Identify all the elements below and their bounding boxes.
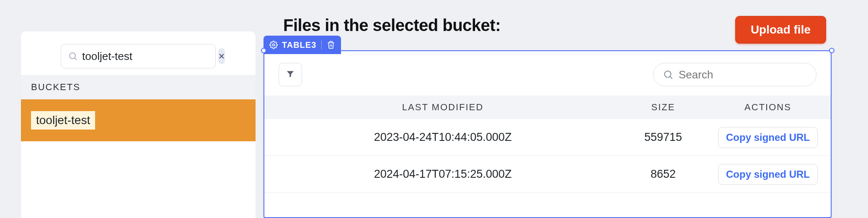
bucket-item[interactable]: tooljet-test [21,99,256,141]
table-search[interactable] [653,63,816,86]
sidebar-search-input[interactable] [82,50,218,63]
cell-last-modified: 2023-04-24T10:44:05.000Z [269,131,617,144]
copy-signed-url-button[interactable]: Copy signed URL [718,164,818,185]
table-search-input[interactable] [679,68,807,81]
cell-last-modified: 2024-04-17T07:15:25.000Z [269,168,617,181]
badge-separator [321,40,322,49]
cell-size: 8652 [617,168,709,181]
bucket-item-label: tooljet-test [31,111,95,130]
sidebar-search-wrap [21,31,256,75]
col-header-actions[interactable]: ACTIONS [709,102,827,113]
filter-icon [286,69,295,80]
table-row[interactable]: 2023-04-24T10:44:05.000Z 559715 Copy sig… [264,119,831,156]
cell-size: 559715 [617,131,709,144]
copy-signed-url-button[interactable]: Copy signed URL [718,127,818,148]
table-toolbar [264,51,831,96]
component-badge[interactable]: TABLE3 [264,36,341,54]
upload-file-button[interactable]: Upload file [735,16,826,44]
svg-point-4 [273,44,275,46]
sidebar: BUCKETS tooljet-test [21,31,256,218]
table-row[interactable]: 2024-04-17T07:15:25.000Z 8652 Copy signe… [264,156,831,193]
cell-actions: Copy signed URL [709,164,827,185]
gear-icon [269,41,278,49]
col-header-last-modified[interactable]: LAST MODIFIED [269,102,617,113]
table-component: LAST MODIFIED SIZE ACTIONS 2023-04-24T10… [264,50,832,218]
table-header-row: LAST MODIFIED SIZE ACTIONS [264,96,831,119]
sidebar-search[interactable] [61,44,216,68]
buckets-header: BUCKETS [21,75,256,99]
svg-line-6 [670,77,672,79]
trash-icon[interactable] [327,41,335,49]
cell-actions: Copy signed URL [709,127,827,148]
search-icon [68,51,78,61]
search-icon [663,69,674,80]
svg-line-1 [75,58,77,60]
svg-point-0 [70,53,75,59]
sidebar-blank [21,141,256,218]
col-header-size[interactable]: SIZE [617,102,709,113]
page-title: Files in the selected bucket: [283,16,501,35]
filter-button[interactable] [279,63,302,86]
resize-handle-ne[interactable] [829,48,834,53]
upload-file-label: Upload file [751,23,811,36]
resize-handle-nw[interactable] [261,48,266,53]
clear-search-button[interactable] [218,48,225,64]
component-name-label: TABLE3 [282,40,316,50]
svg-point-5 [664,71,671,77]
